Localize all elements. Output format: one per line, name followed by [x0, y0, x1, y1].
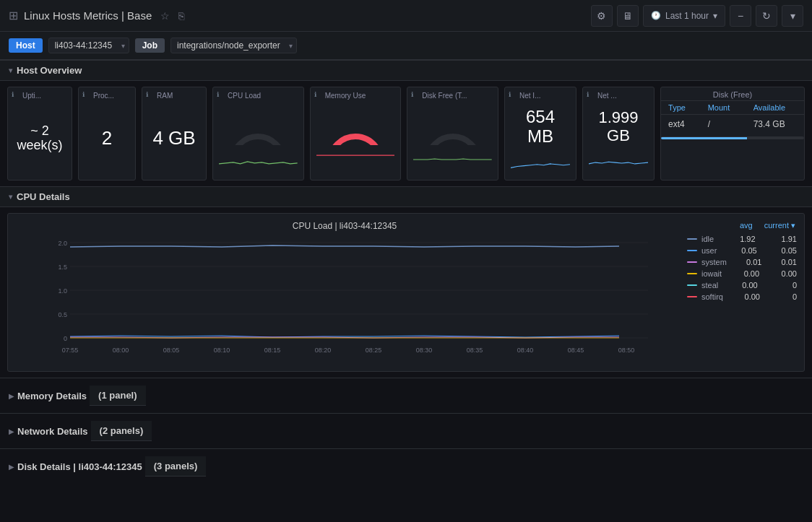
host-filter-select[interactable]: li403-44:12345	[48, 38, 129, 53]
svg-text:08:45: 08:45	[568, 347, 584, 354]
memory-use-info-icon: ℹ	[314, 91, 316, 98]
cpu-details-header[interactable]: ▾ CPU Details	[0, 187, 812, 207]
disk-available-1: 73.4 GB	[746, 115, 804, 134]
disk-free-card: ℹ Disk Free (T... 12.6%	[407, 87, 498, 180]
cpu-chart-area: CPU Load | li403-44:12345 2.0 1.5 1.0 0.…	[15, 221, 674, 364]
legend-idle: idle 1.92 1.91	[687, 233, 797, 245]
time-picker-button[interactable]: 🕐 Last 1 hour ▾	[643, 5, 725, 27]
host-filter-wrap: li403-44:12345	[48, 38, 129, 53]
network-details-panel-count: (2 panels)	[91, 421, 152, 441]
disk-free-gauge-wrap: 12.6%	[420, 108, 485, 145]
cpu-load-card: ℹ CPU Load 4.4%	[212, 87, 304, 180]
system-name: system	[701, 258, 727, 266]
disk-free-gauge: 12.6%	[413, 101, 492, 175]
svg-text:08:30: 08:30	[416, 347, 433, 354]
system-avg: 0.01	[741, 258, 761, 266]
host-overview-content: ℹ Upti... ~ 2 week(s) ℹ Proc... 2 ℹ RAM …	[0, 81, 812, 186]
iowait-avg: 0.00	[739, 269, 759, 278]
memory-use-card: ℹ Memory Use 95.3%	[310, 87, 402, 180]
svg-text:0: 0	[64, 335, 67, 342]
cpu-load-gauge-svg: 4.4%	[225, 108, 290, 145]
net-out-title: Net ...	[589, 92, 648, 100]
steal-avg: 0.00	[738, 281, 758, 290]
host-overview-header[interactable]: ▾ Host Overview	[0, 61, 812, 81]
svg-text:1.5: 1.5	[58, 264, 67, 271]
svg-text:08:20: 08:20	[315, 347, 332, 354]
net-out-info-icon: ℹ	[587, 91, 589, 98]
network-details-chevron: ▶	[9, 427, 14, 435]
system-current: 0.01	[777, 258, 797, 266]
job-filter-select[interactable]: integrations/node_exporter	[170, 38, 297, 53]
svg-text:0.5: 0.5	[58, 311, 67, 318]
cpu-load-title: CPU Load	[219, 92, 298, 100]
network-details-header[interactable]: ▶ Network Details (2 panels)	[0, 414, 812, 448]
softirq-current: 0	[777, 292, 797, 301]
svg-text:08:40: 08:40	[517, 347, 534, 354]
disk-usage-bar	[661, 136, 804, 139]
system-color	[687, 261, 697, 263]
more-options-button[interactable]: ▾	[782, 5, 803, 27]
svg-text:08:10: 08:10	[214, 347, 230, 354]
disk-col-available: Available	[746, 101, 804, 115]
monitor-button[interactable]: 🖥	[617, 5, 639, 27]
cpu-chart-panel: CPU Load | li403-44:12345 2.0 1.5 1.0 0.…	[7, 213, 805, 372]
memory-use-gauge-wrap: 95.3%	[323, 108, 388, 145]
memory-details-chevron: ▶	[9, 392, 14, 400]
idle-color	[687, 238, 697, 240]
top-bar: ⊞ Linux Hosts Metrics | Base ☆ ⎘ ⚙ 🖥 🕐 L…	[0, 0, 812, 32]
svg-text:08:05: 08:05	[163, 347, 180, 354]
cpu-load-sparkline	[219, 149, 298, 170]
job-filter-wrap: integrations/node_exporter	[170, 38, 297, 53]
cpu-details-content: CPU Load | li403-44:12345 2.0 1.5 1.0 0.…	[0, 207, 812, 378]
zoom-out-button[interactable]: −	[730, 5, 751, 27]
net-out-sparkline	[589, 155, 648, 175]
cpu-load-info-icon: ℹ	[217, 91, 219, 98]
host-filter-label: Host	[9, 38, 43, 53]
cpu-load-gauge: 4.4%	[219, 101, 298, 175]
ram-info-icon: ℹ	[146, 91, 148, 98]
disk-type-1: ext4	[661, 115, 701, 134]
memory-details-panel-count: (1 panel)	[90, 386, 145, 406]
star-icon[interactable]: ☆	[160, 10, 170, 22]
disk-details-title: Disk Details | li403-44:12345	[17, 461, 142, 472]
settings-button[interactable]: ⚙	[591, 5, 613, 27]
svg-text:08:15: 08:15	[264, 347, 281, 354]
ram-value: 4 GB	[148, 101, 200, 175]
memory-details-header[interactable]: ▶ Memory Details (1 panel)	[0, 378, 812, 413]
legend-avg-label: avg	[740, 221, 753, 230]
steal-current: 0	[777, 281, 797, 290]
softirq-avg: 0.00	[740, 292, 760, 301]
net-in-info-icon: ℹ	[509, 91, 511, 98]
uptime-title: Upti...	[14, 92, 66, 100]
cpu-chart-legend: avg current ▾ idle 1.92 1.91 user	[681, 221, 797, 364]
top-bar-right: ⚙ 🖥 🕐 Last 1 hour ▾ − ↻ ▾	[591, 5, 803, 27]
legend-system: system 0.01 0.01	[687, 256, 797, 268]
host-overview-chevron: ▾	[9, 66, 12, 74]
cpu-details-title: CPU Details	[17, 191, 70, 202]
iowait-current: 0.00	[777, 269, 797, 278]
disk-details-section: ▶ Disk Details | li403-44:12345 (3 panel…	[0, 448, 812, 484]
uptime-card: ℹ Upti... ~ 2 week(s)	[7, 87, 72, 180]
idle-avg: 1.92	[735, 235, 756, 243]
ram-title: RAM	[148, 92, 200, 100]
memory-use-title: Memory Use	[316, 92, 395, 100]
network-details-section: ▶ Network Details (2 panels)	[0, 413, 812, 448]
disk-details-header[interactable]: ▶ Disk Details | li403-44:12345 (3 panel…	[0, 449, 812, 484]
legend-softirq: softirq 0.00 0	[687, 291, 797, 303]
disk-table-title: Disk (Free)	[661, 87, 804, 101]
legend-header: avg current ▾	[687, 221, 797, 230]
disk-free-title: Disk Free (T...	[413, 92, 492, 100]
cpu-load-chart-svg: 2.0 1.5 1.0 0.5 0 07:55 08:00 0	[15, 235, 674, 362]
steal-color	[687, 284, 697, 286]
refresh-button[interactable]: ↻	[756, 5, 777, 27]
cpu-load-gauge-wrap: 4.4%	[225, 108, 290, 145]
disk-col-type: Type	[661, 101, 701, 115]
share-icon[interactable]: ⎘	[178, 10, 184, 22]
legend-user: user 0.05 0.05	[687, 245, 797, 256]
disk-details-chevron: ▶	[9, 463, 14, 471]
disk-free-gauge-svg: 12.6%	[420, 108, 485, 145]
job-filter-label: Job	[135, 38, 165, 53]
softirq-color	[687, 296, 697, 297]
svg-text:08:35: 08:35	[467, 347, 483, 354]
idle-current: 1.91	[777, 235, 797, 243]
